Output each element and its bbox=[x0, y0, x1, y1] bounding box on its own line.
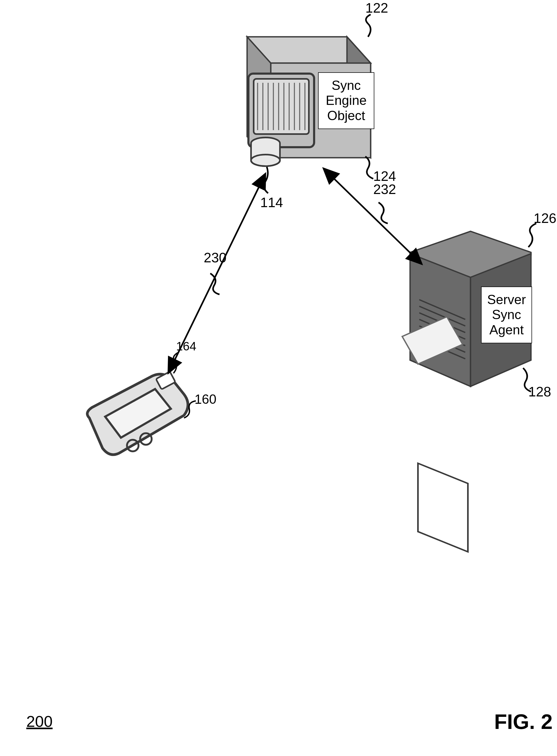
svg-line-17 bbox=[419, 319, 465, 339]
ref-122: 122 bbox=[365, 0, 388, 16]
svg-line-19 bbox=[419, 332, 465, 352]
link-syncengine-server bbox=[323, 168, 422, 264]
ref-230: 230 bbox=[204, 250, 227, 265]
svg-line-15 bbox=[419, 306, 465, 326]
ref-164: 164 bbox=[176, 339, 196, 353]
svg-rect-22 bbox=[156, 372, 175, 389]
server-agent-label-line2: Sync bbox=[492, 307, 521, 323]
server-agent-label-box: Server Sync Agent bbox=[481, 287, 532, 343]
ref-126: 126 bbox=[534, 210, 556, 226]
ref-114: 114 bbox=[260, 195, 283, 210]
server-agent-label-line3: Agent bbox=[490, 323, 524, 338]
svg-line-14 bbox=[419, 300, 465, 319]
svg-line-20 bbox=[419, 339, 465, 359]
sync-engine-label-line3: Object bbox=[327, 108, 365, 123]
sync-engine-label-line2: Engine bbox=[326, 93, 367, 108]
svg-line-16 bbox=[419, 313, 465, 332]
sync-engine-label-line1: Sync bbox=[331, 78, 361, 93]
figure-number-label: 200 bbox=[26, 713, 53, 730]
sync-engine-label-box: Sync Engine Object bbox=[318, 72, 374, 129]
svg-point-24 bbox=[140, 433, 152, 445]
ref-128: 128 bbox=[528, 384, 551, 400]
svg-line-18 bbox=[419, 326, 465, 346]
svg-rect-1 bbox=[254, 79, 309, 134]
svg-rect-0 bbox=[248, 74, 314, 147]
svg-rect-21 bbox=[418, 463, 468, 552]
svg-point-23 bbox=[127, 440, 139, 451]
svg-point-12 bbox=[251, 138, 280, 149]
figure-caption: FIG. 2 bbox=[494, 710, 553, 734]
ref-160: 160 bbox=[195, 392, 216, 407]
server-node bbox=[402, 224, 536, 552]
server-agent-label-line1: Server bbox=[487, 292, 526, 308]
handheld-device-node bbox=[87, 352, 196, 455]
ref-232: 232 bbox=[373, 181, 396, 197]
database-icon bbox=[251, 138, 280, 166]
diagram-stage: 122 Sync Engine Object 124 114 126 Serve… bbox=[0, 0, 557, 756]
svg-point-13 bbox=[251, 154, 280, 166]
